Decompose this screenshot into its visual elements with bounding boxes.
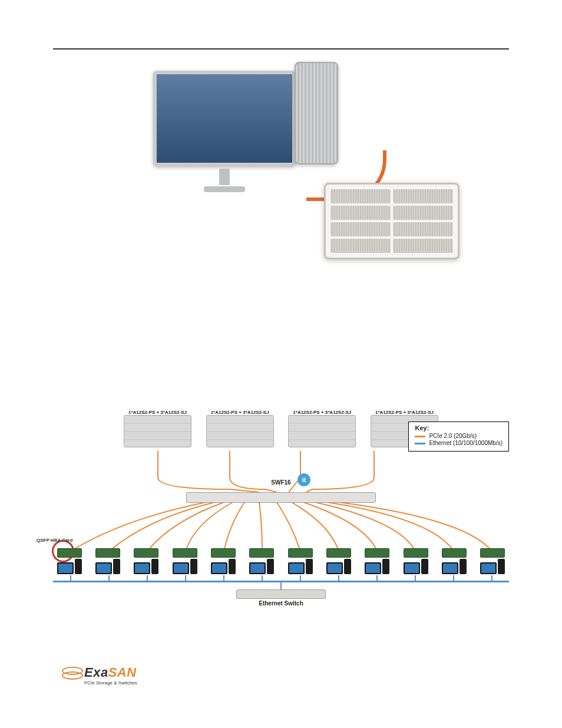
pcie-switch	[186, 492, 376, 503]
swatch-eth	[415, 443, 425, 444]
figure-san-topology: 1*A12S2-PS + 3*A12S2-SJ 1*A12S2-PS + 3*A…	[53, 401, 509, 613]
ethernet-switch	[236, 589, 326, 599]
client-workstation	[91, 548, 124, 574]
hba-card	[404, 548, 428, 558]
logo-text-san: SAN	[108, 665, 137, 680]
stack-label: 1*A12S2-PS + 3*A12S2-SJ	[288, 410, 356, 415]
ethernet-switch-label: Ethernet Switch	[259, 600, 303, 607]
client-workstation	[168, 548, 201, 574]
storage-stack: 1*A12S2-PS + 3*A12S2-SJ	[206, 410, 274, 447]
key-eth: Ethernet (10/100/1000Mb/s)	[429, 440, 503, 447]
client-workstation	[207, 548, 239, 574]
hba-card	[288, 548, 313, 558]
workstation-tower	[295, 62, 338, 164]
swatch-pcie	[415, 436, 425, 437]
client-workstation	[323, 548, 355, 574]
storage-stack: 1*A12S2-PS + 3*A12S2-SJ	[124, 410, 191, 447]
hba-card	[57, 548, 82, 558]
legend-key: Key: PCIe 2.0 (20Gb/s) Ethernet (10/100/…	[408, 421, 509, 452]
hba-card	[326, 548, 351, 558]
stack-label: 1*A12S2-PS + 3*A12S2-SJ	[371, 410, 438, 415]
monitor	[153, 71, 296, 166]
client-workstation	[438, 548, 471, 574]
drive-bay	[393, 189, 453, 203]
client-row	[53, 548, 509, 574]
stack-label: 1*A12S2-PS + 3*A12S2-SJ	[124, 410, 191, 415]
hba-card	[249, 548, 274, 558]
switch-label: SWF16	[271, 479, 290, 486]
client-workstation	[399, 548, 432, 574]
hba-card	[134, 548, 158, 558]
hba-card	[480, 548, 505, 558]
storage-stack: 1*A12S2-PS + 3*A12S2-SJ	[288, 410, 356, 447]
stack-label: 1*A12S2-PS + 3*A12S2-SJ	[206, 410, 274, 415]
client-workstation	[246, 548, 278, 574]
hba-card	[211, 548, 236, 558]
key-title: Key:	[415, 424, 429, 431]
storage-array	[324, 183, 459, 259]
client-workstation	[477, 548, 509, 574]
drive-bay	[393, 239, 453, 253]
hba-card	[173, 548, 197, 558]
header-rule	[53, 48, 509, 50]
drive-bay	[330, 239, 391, 253]
logo-rings-icon	[62, 666, 81, 680]
client-workstation	[130, 548, 163, 574]
drive-bay	[393, 206, 453, 220]
drive-bay	[330, 222, 391, 236]
logo-text-exa: Exa	[84, 665, 108, 680]
hba-card	[95, 548, 120, 558]
drive-bay	[393, 222, 453, 236]
qsfp-label: QSFP HBA Card	[37, 538, 72, 543]
key-pcie: PCIe 2.0 (20Gb/s)	[429, 433, 477, 440]
figure-das-connection	[53, 65, 509, 259]
swf-badge-icon: it	[297, 473, 310, 486]
hba-card	[365, 548, 389, 558]
client-workstation	[361, 548, 394, 574]
drive-bay	[330, 206, 391, 220]
logo-subtitle: PCIe Storage & Switches	[84, 680, 137, 686]
client-workstation	[53, 548, 85, 574]
footer-logo: ExaSAN	[62, 665, 137, 680]
client-workstation	[284, 548, 316, 574]
hba-card	[442, 548, 467, 558]
ethernet-bus-line	[53, 581, 509, 582]
drive-bay	[330, 189, 391, 203]
